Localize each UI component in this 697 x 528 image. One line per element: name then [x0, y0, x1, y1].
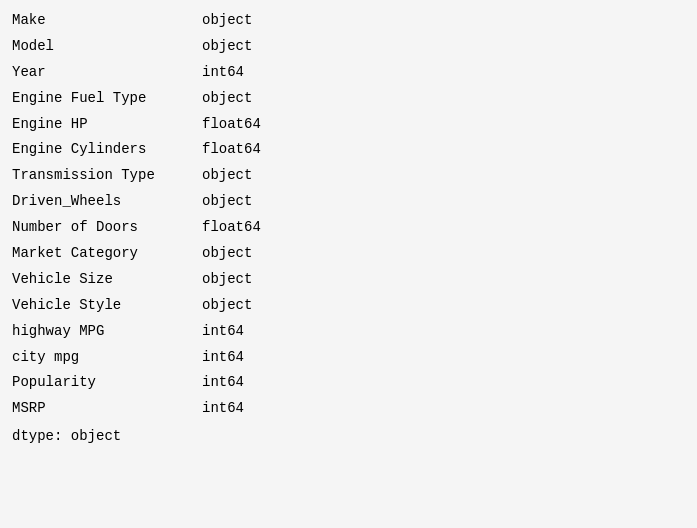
field-type: int64 [202, 396, 244, 422]
field-name: Vehicle Style [12, 293, 202, 319]
field-name: Model [12, 34, 202, 60]
field-name: city mpg [12, 345, 202, 371]
field-type: float64 [202, 215, 261, 241]
table-row: Yearint64 [12, 60, 685, 86]
output-area: MakeobjectModelobjectYearint64Engine Fue… [0, 0, 697, 528]
table-row: Engine HPfloat64 [12, 112, 685, 138]
table-row: highway MPGint64 [12, 319, 685, 345]
table-row: MSRPint64 [12, 396, 685, 422]
field-type: int64 [202, 345, 244, 371]
field-type: int64 [202, 319, 244, 345]
field-type: object [202, 8, 252, 34]
field-type: int64 [202, 370, 244, 396]
table-row: Number of Doorsfloat64 [12, 215, 685, 241]
field-name: Year [12, 60, 202, 86]
field-name: Engine HP [12, 112, 202, 138]
field-type: int64 [202, 60, 244, 86]
field-name: Engine Fuel Type [12, 86, 202, 112]
table-row: Engine Fuel Typeobject [12, 86, 685, 112]
field-name: Market Category [12, 241, 202, 267]
field-type: object [202, 163, 252, 189]
dtype-label: dtype: object [12, 424, 202, 450]
field-name: Transmission Type [12, 163, 202, 189]
field-name: Make [12, 8, 202, 34]
field-type: object [202, 241, 252, 267]
field-type: object [202, 34, 252, 60]
table-row: Modelobject [12, 34, 685, 60]
field-name: Number of Doors [12, 215, 202, 241]
table-row: city mpgint64 [12, 345, 685, 371]
field-name: Popularity [12, 370, 202, 396]
field-name: Engine Cylinders [12, 137, 202, 163]
field-name: highway MPG [12, 319, 202, 345]
table-row: Driven_Wheelsobject [12, 189, 685, 215]
field-type: object [202, 86, 252, 112]
field-type: object [202, 267, 252, 293]
table-row: Vehicle Styleobject [12, 293, 685, 319]
dtype-row: dtype: object [12, 424, 685, 450]
field-type: float64 [202, 137, 261, 163]
table-row: Popularityint64 [12, 370, 685, 396]
field-name: Driven_Wheels [12, 189, 202, 215]
table-row: Transmission Typeobject [12, 163, 685, 189]
field-type: object [202, 293, 252, 319]
field-name: MSRP [12, 396, 202, 422]
table-row: Market Categoryobject [12, 241, 685, 267]
field-type: object [202, 189, 252, 215]
field-name: Vehicle Size [12, 267, 202, 293]
field-type: float64 [202, 112, 261, 138]
table-row: Vehicle Sizeobject [12, 267, 685, 293]
table-row: Makeobject [12, 8, 685, 34]
table-row: Engine Cylindersfloat64 [12, 137, 685, 163]
